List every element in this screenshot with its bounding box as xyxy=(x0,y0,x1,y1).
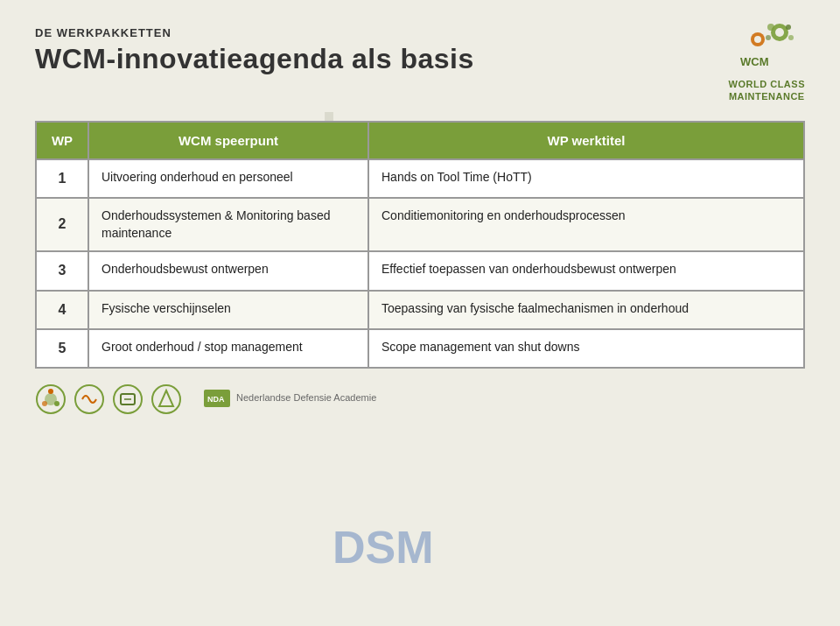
col-header-wp: WP xyxy=(36,122,88,159)
svg-text:WCM: WCM xyxy=(740,55,769,68)
col-header-werktitel: WP werktitel xyxy=(368,122,804,159)
svg-point-12 xyxy=(54,401,60,406)
footer-logo-2 xyxy=(74,383,105,415)
main-table: WP WCM speerpunt WP werktitel 1Uitvoerin… xyxy=(35,121,805,369)
cell-wp: 5 xyxy=(36,329,88,368)
svg-point-2 xyxy=(767,24,774,31)
page-subtitle: DE WERKPAKKETTEN xyxy=(35,26,474,39)
footer-nda-container: NDA Nederlandse Defensie Academie xyxy=(204,390,376,409)
table-row: 5Groot onderhoud / stop managementScope … xyxy=(36,329,804,368)
header-area: DE WERKPAKKETTEN WCM-innovatieagenda als… xyxy=(35,26,805,103)
table-row: 2Onderhoudssystemen & Monitoring based m… xyxy=(36,198,804,251)
cell-wp: 2 xyxy=(36,198,88,251)
cell-werktitel: Conditiemonitoring en onderhoudsprocesse… xyxy=(368,198,804,251)
svg-point-5 xyxy=(766,35,771,40)
table-row: 4Fysische verschijnselenToepassing van f… xyxy=(36,291,804,329)
footer-area: NDA Nederlandse Defensie Academie xyxy=(35,377,805,421)
cell-wp: 3 xyxy=(36,251,88,290)
svg-point-7 xyxy=(754,36,761,43)
svg-text:NDA: NDA xyxy=(207,395,225,404)
wcm-logo-graphic: WCM xyxy=(732,22,802,74)
svg-point-3 xyxy=(786,25,791,30)
cell-speerpunt: Onderhoudsbewust ontwerpen xyxy=(88,251,368,290)
svg-point-4 xyxy=(788,35,794,40)
cell-speerpunt: Onderhoudssystemen & Monitoring based ma… xyxy=(88,198,368,251)
page-title: WCM-innovatieagenda als basis xyxy=(35,43,474,75)
svg-point-1 xyxy=(775,28,784,37)
page-container: pdm DE WERKPAKKETTEN WCM-innovatieagenda… xyxy=(0,0,840,626)
svg-point-13 xyxy=(42,401,47,406)
footer-logo-4 xyxy=(150,383,182,415)
cell-werktitel: Hands on Tool Time (HoTT) xyxy=(368,159,804,198)
cell-wp: 1 xyxy=(36,159,88,198)
cell-werktitel: Scope management van shut downs xyxy=(368,329,804,368)
svg-marker-19 xyxy=(159,390,173,406)
footer-logo-1 xyxy=(35,383,66,415)
cell-speerpunt: Uitvoering onderhoud en personeel xyxy=(88,159,368,198)
cell-speerpunt: Groot onderhoud / stop management xyxy=(88,329,368,368)
cell-speerpunt: Fysische verschijnselen xyxy=(88,291,368,329)
footer-icons xyxy=(35,383,182,415)
cell-wp: 4 xyxy=(36,291,88,329)
footer-logo-3 xyxy=(112,383,144,415)
header-text: DE WERKPAKKETTEN WCM-innovatieagenda als… xyxy=(35,26,474,75)
wcm-logo: WCM WORLD CLASS MAINTENANCE xyxy=(729,22,805,103)
nda-text: Nederlandse Defensie Academie xyxy=(236,392,376,403)
dsm-watermark: DSM xyxy=(332,521,434,573)
table-header-row: WP WCM speerpunt WP werktitel xyxy=(36,122,804,159)
svg-point-11 xyxy=(48,389,53,394)
cell-werktitel: Toepassing van fysische faalmechanismen … xyxy=(368,291,804,329)
wcm-logo-text: WORLD CLASS MAINTENANCE xyxy=(729,78,805,103)
table-row: 1Uitvoering onderhoud en personeelHands … xyxy=(36,159,804,198)
table-row: 3Onderhoudsbewust ontwerpenEffectief toe… xyxy=(36,251,804,290)
cell-werktitel: Effectief toepassen van onderhoudsbewust… xyxy=(368,251,804,290)
nda-label: NDA Nederlandse Defensie Academie xyxy=(204,390,376,407)
col-header-speerpunt: WCM speerpunt xyxy=(88,122,368,159)
